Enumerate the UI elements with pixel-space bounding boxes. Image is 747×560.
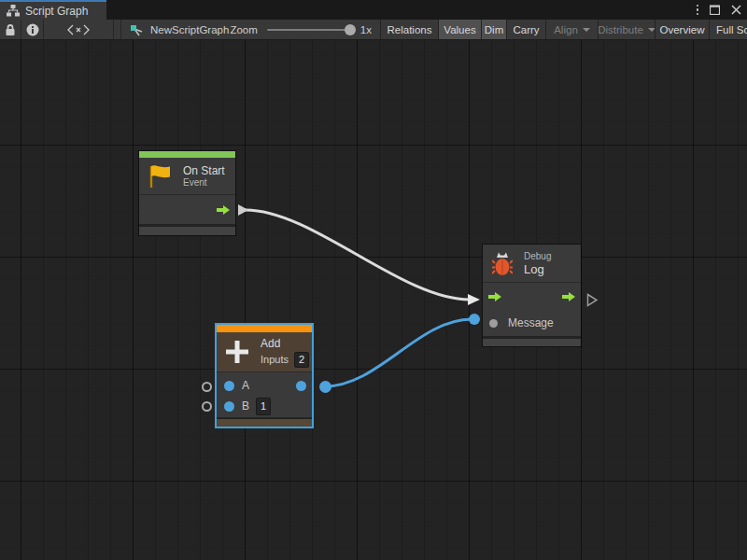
port-b-dot[interactable] <box>224 401 234 412</box>
flow-continue-port[interactable] <box>586 293 599 307</box>
values-button[interactable]: Values <box>438 20 481 39</box>
message-port-label: Message <box>508 316 554 329</box>
port-a-label: A <box>242 379 249 392</box>
tab-script-graph[interactable]: Script Graph <box>0 0 106 20</box>
port-b-value-field[interactable]: 1 <box>256 398 271 415</box>
zoom-slider[interactable] <box>267 29 353 31</box>
wire-end-dot <box>469 314 480 325</box>
maximize-icon[interactable] <box>710 5 720 15</box>
carry-button[interactable]: Carry <box>506 20 545 39</box>
chevron-down-icon <box>583 28 590 32</box>
result-port-dot[interactable] <box>296 381 306 391</box>
node-on-start[interactable]: On Start Event <box>139 151 235 235</box>
input-a-outer-port[interactable] <box>202 382 212 392</box>
lock-button[interactable] <box>0 20 21 39</box>
window-menu-icon[interactable] <box>697 5 699 16</box>
chevron-down-icon <box>648 28 655 32</box>
wire-value-add-to-message[interactable] <box>325 319 472 386</box>
script-graph-asset-icon <box>130 22 145 37</box>
distribute-dropdown[interactable]: Distribute <box>598 20 655 39</box>
close-icon[interactable] <box>731 5 741 15</box>
title-bar: Script Graph <box>0 0 747 20</box>
inputs-count-stepper[interactable]: 2 <box>294 352 309 368</box>
zoom-slider-handle[interactable] <box>345 24 356 35</box>
node-accent-bar <box>217 325 312 332</box>
graph-hierarchy-icon <box>7 5 20 17</box>
flow-output-arrow-icon <box>216 204 231 216</box>
wire-arrowhead <box>468 294 480 305</box>
lock-icon <box>5 23 16 36</box>
result-outer-port[interactable] <box>319 381 331 393</box>
bug-icon <box>492 251 513 276</box>
node-title: Add <box>261 337 309 350</box>
wire-flow-onstart-to-log[interactable] <box>246 210 470 300</box>
info-icon <box>26 23 39 36</box>
code-preview-button[interactable] <box>44 20 114 39</box>
full-screen-button[interactable]: Full Screen <box>709 20 747 39</box>
flow-output-port[interactable] <box>238 204 248 216</box>
toolbar-spacer <box>114 20 121 39</box>
align-dropdown[interactable]: Align <box>545 20 598 39</box>
node-subtitle: Event <box>183 177 225 189</box>
port-b-label: B <box>242 399 249 413</box>
script-graph-window: Script Graph <box>0 0 747 560</box>
zoom-value: 1x <box>360 24 372 35</box>
zoom-label: Zoom <box>230 24 257 35</box>
input-b-outer-port[interactable] <box>202 401 212 412</box>
flag-icon <box>148 163 172 189</box>
flow-input-arrow-icon[interactable] <box>487 291 502 302</box>
tab-title: Script Graph <box>25 5 88 18</box>
dim-button[interactable]: Dim <box>481 20 506 39</box>
node-accent-bar <box>139 151 235 158</box>
wires-layer <box>0 40 747 560</box>
node-title: Log <box>524 262 551 276</box>
node-category: Debug <box>524 251 551 262</box>
plus-icon <box>224 339 250 365</box>
node-debug-log[interactable]: Debug Log Message <box>483 245 581 346</box>
message-port-dot[interactable] <box>489 319 498 328</box>
overview-button[interactable]: Overview <box>655 20 709 39</box>
relations-button[interactable]: Relations <box>380 20 438 39</box>
flow-output-arrow-icon[interactable] <box>561 291 576 302</box>
graph-toolbar: NewScriptGraph Zoom 1x Relations Values … <box>0 20 747 40</box>
node-add[interactable]: Add Inputs 2 A B 1 <box>215 323 314 428</box>
graph-asset-name[interactable]: NewScriptGraph <box>150 24 229 35</box>
code-brackets-icon <box>67 24 90 35</box>
info-button[interactable] <box>21 20 44 39</box>
graph-canvas[interactable]: On Start Event <box>0 40 747 560</box>
inputs-label: Inputs <box>261 354 289 365</box>
port-a-dot[interactable] <box>224 381 234 391</box>
node-title: On Start <box>183 164 225 177</box>
